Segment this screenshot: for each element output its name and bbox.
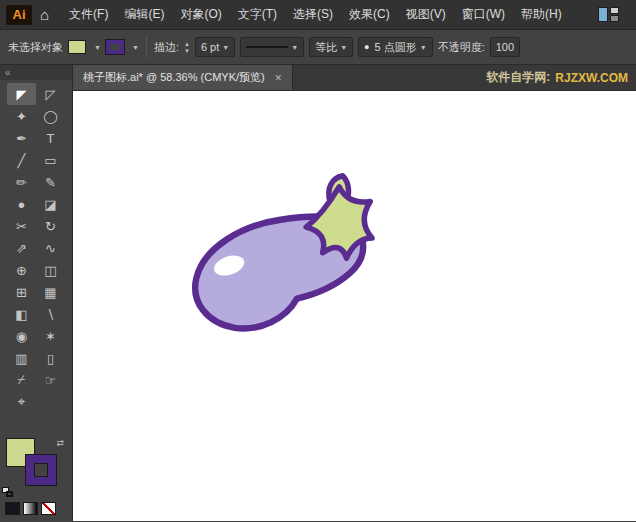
stroke-dropdown-arrow-icon[interactable]: ▼ bbox=[132, 44, 139, 51]
mesh-tool[interactable]: ▦ bbox=[36, 281, 65, 303]
menu-object[interactable]: 对象(O) bbox=[172, 2, 229, 27]
pen-tool[interactable]: ✒ bbox=[7, 127, 36, 149]
watermark-site-label: 软件自学网: bbox=[486, 69, 550, 86]
selection-tool[interactable]: ◤ bbox=[7, 83, 36, 105]
control-bar: 未选择对象 ▼ ▼ 描边: ▲ ▼ 6 pt ▼ ▼ 等比 ▼ ● 5 点圆形 … bbox=[0, 30, 636, 65]
selection-status: 未选择对象 bbox=[8, 40, 63, 55]
menu-effect[interactable]: 效果(C) bbox=[341, 2, 398, 27]
stroke-weight-dropdown[interactable]: 6 pt ▼ bbox=[195, 37, 235, 57]
menu-help[interactable]: 帮助(H) bbox=[513, 2, 570, 27]
type-tool[interactable]: T bbox=[36, 127, 65, 149]
gradient-button[interactable] bbox=[23, 502, 38, 515]
eyedropper-tool[interactable]: ∖ bbox=[36, 303, 65, 325]
collapse-panel-icon[interactable]: « bbox=[5, 67, 11, 78]
brush-definition-value: 5 点圆形 bbox=[375, 40, 417, 55]
width-profile-value: 等比 bbox=[315, 40, 337, 55]
paintbrush-tool[interactable]: ✏ bbox=[7, 171, 36, 193]
swap-fill-stroke-icon[interactable]: ⇄ bbox=[56, 438, 64, 448]
document-tab[interactable]: 桃子图标.ai* @ 58.36% (CMYK/预览) × bbox=[73, 65, 293, 90]
rectangle-tool[interactable]: ▭ bbox=[36, 149, 65, 171]
stroke-weight-value: 6 pt bbox=[201, 41, 219, 53]
slice-tool[interactable]: ⌿ bbox=[7, 369, 36, 391]
blob-brush-tool[interactable]: ● bbox=[7, 193, 36, 215]
fill-stroke-control: ⇄ bbox=[6, 438, 64, 490]
zoom-tool[interactable]: ⌖ bbox=[7, 391, 36, 413]
symbol-sprayer-tool[interactable]: ✶ bbox=[36, 325, 65, 347]
workspace-switcher-icon[interactable] bbox=[598, 7, 620, 22]
artboard-tool[interactable]: ▯ bbox=[36, 347, 65, 369]
watermark-url: RJZXW.COM bbox=[555, 71, 628, 85]
stepper-up-icon[interactable]: ▲ bbox=[184, 41, 190, 47]
width-profile-arrow-icon: ▼ bbox=[340, 44, 347, 51]
scale-tool[interactable]: ⇗ bbox=[7, 237, 36, 259]
free-transform-tool[interactable]: ⊕ bbox=[7, 259, 36, 281]
lasso-tool[interactable]: ◯ bbox=[36, 105, 65, 127]
stroke-style-preview bbox=[246, 46, 288, 48]
document-area: 桃子图标.ai* @ 58.36% (CMYK/预览) × 软件自学网: RJZ… bbox=[73, 65, 636, 521]
hand-tool[interactable]: ☞ bbox=[36, 369, 65, 391]
tools-grid: ◤ ◸ ✦ ◯ ✒ T ╱ ▭ ✏ ✎ ● ◪ ✂ ↻ ⇗ ∿ ⊕ ◫ ⊞ ▦ bbox=[0, 80, 72, 413]
opacity-field[interactable]: 100 bbox=[490, 37, 520, 57]
gradient-tool[interactable]: ◧ bbox=[7, 303, 36, 325]
none-button[interactable] bbox=[41, 502, 56, 515]
home-icon[interactable]: ⌂ bbox=[40, 6, 49, 23]
stroke-weight-stepper[interactable]: ▲ ▼ bbox=[184, 41, 190, 54]
document-title: 桃子图标.ai* @ 58.36% (CMYK/预览) bbox=[83, 70, 265, 85]
menu-window[interactable]: 窗口(W) bbox=[454, 2, 513, 27]
brush-definition-dropdown[interactable]: ● 5 点圆形 ▼ bbox=[358, 37, 433, 57]
menu-bar: Ai ⌂ 文件(F) 编辑(E) 对象(O) 文字(T) 选择(S) 效果(C)… bbox=[0, 0, 636, 30]
menu-type[interactable]: 文字(T) bbox=[230, 2, 285, 27]
scissors-tool[interactable]: ✂ bbox=[7, 215, 36, 237]
default-fill-stroke-icon[interactable] bbox=[2, 487, 15, 498]
opacity-label: 不透明度: bbox=[438, 40, 485, 55]
document-tab-bar: 桃子图标.ai* @ 58.36% (CMYK/预览) × 软件自学网: RJZ… bbox=[73, 65, 636, 91]
fill-dropdown-arrow-icon[interactable]: ▼ bbox=[94, 44, 101, 51]
column-graph-tool[interactable]: ▥ bbox=[7, 347, 36, 369]
illustrator-logo: Ai bbox=[6, 5, 32, 25]
illustrator-window: Ai ⌂ 文件(F) 编辑(E) 对象(O) 文字(T) 选择(S) 效果(C)… bbox=[0, 0, 636, 522]
stroke-weight-label: 描边: bbox=[154, 40, 179, 55]
menu-edit[interactable]: 编辑(E) bbox=[116, 2, 172, 27]
stroke-color-swatch[interactable] bbox=[106, 40, 124, 54]
pencil-tool[interactable]: ✎ bbox=[36, 171, 65, 193]
line-segment-tool[interactable]: ╱ bbox=[7, 149, 36, 171]
brush-arrow-icon: ▼ bbox=[420, 44, 427, 51]
width-tool[interactable]: ∿ bbox=[36, 237, 65, 259]
tools-panel-header[interactable]: « bbox=[0, 65, 72, 80]
magic-wand-tool[interactable]: ✦ bbox=[7, 105, 36, 127]
watermark: 软件自学网: RJZXW.COM bbox=[486, 65, 636, 90]
menu-file[interactable]: 文件(F) bbox=[61, 2, 116, 27]
stepper-down-icon[interactable]: ▼ bbox=[184, 48, 190, 54]
menu-select[interactable]: 选择(S) bbox=[285, 2, 341, 27]
menu-view[interactable]: 视图(V) bbox=[398, 2, 454, 27]
width-profile-dropdown[interactable]: 等比 ▼ bbox=[309, 37, 353, 57]
blend-tool[interactable]: ◉ bbox=[7, 325, 36, 347]
stroke-style-dropdown[interactable]: ▼ bbox=[240, 37, 304, 57]
shape-builder-tool[interactable]: ◫ bbox=[36, 259, 65, 281]
artboard-canvas[interactable] bbox=[73, 91, 636, 521]
rotate-tool[interactable]: ↻ bbox=[36, 215, 65, 237]
direct-selection-tool[interactable]: ◸ bbox=[36, 83, 65, 105]
color-button[interactable] bbox=[5, 502, 20, 515]
fill-color-swatch[interactable] bbox=[68, 40, 86, 54]
brush-preview-icon: ● bbox=[364, 42, 369, 52]
perspective-grid-tool[interactable]: ⊞ bbox=[7, 281, 36, 303]
stroke-weight-arrow-icon: ▼ bbox=[222, 44, 229, 51]
stroke-proxy-swatch[interactable] bbox=[26, 455, 56, 485]
stroke-style-arrow-icon: ▼ bbox=[291, 44, 298, 51]
close-tab-icon[interactable]: × bbox=[275, 71, 282, 85]
opacity-value: 100 bbox=[496, 41, 514, 53]
tools-panel: « ◤ ◸ ✦ ◯ ✒ T ╱ ▭ ✏ ✎ ● ◪ ✂ ↻ ⇗ ∿ ⊕ ◫ bbox=[0, 65, 73, 521]
eraser-tool[interactable]: ◪ bbox=[36, 193, 65, 215]
eggplant-illustration[interactable] bbox=[176, 163, 396, 348]
